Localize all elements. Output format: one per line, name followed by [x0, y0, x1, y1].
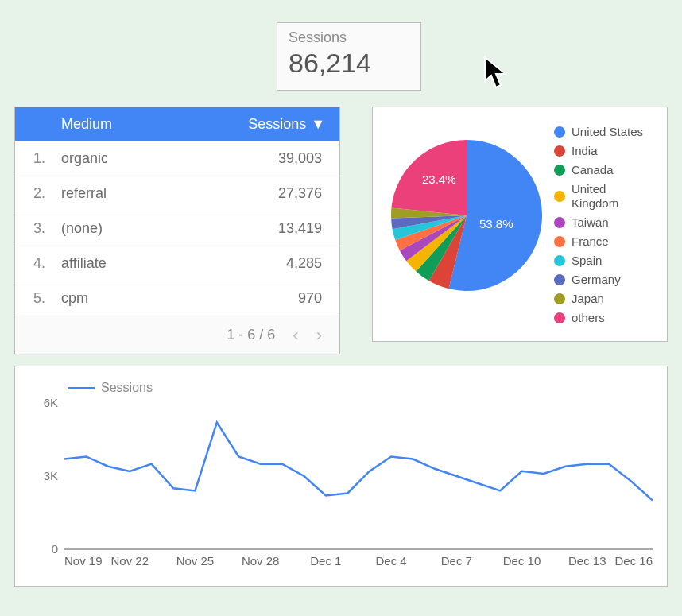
pager-prev-button[interactable]: ‹: [293, 325, 298, 346]
svg-text:Dec 4: Dec 4: [376, 554, 407, 568]
legend-swatch: [554, 293, 565, 304]
legend-item[interactable]: United Kingdom: [554, 182, 649, 211]
legend-swatch: [554, 217, 565, 228]
svg-text:Dec 7: Dec 7: [441, 554, 472, 568]
legend-item[interactable]: Germany: [554, 273, 649, 287]
row-medium: referral: [55, 185, 228, 202]
sessions-line-card[interactable]: Sessions 03K6KNov 19Nov 22Nov 25Nov 28De…: [14, 366, 668, 587]
legend-item[interactable]: United States: [554, 125, 649, 139]
legend-label: Taiwan: [572, 215, 609, 230]
row-medium: cpm: [55, 290, 228, 307]
kpi-value: 86,214: [289, 48, 409, 79]
sort-desc-icon: ▼: [311, 116, 325, 133]
legend-item[interactable]: India: [554, 144, 649, 158]
svg-text:Nov 19: Nov 19: [64, 554, 103, 568]
row-sessions: 39,003: [228, 150, 339, 167]
svg-text:Nov 25: Nov 25: [176, 554, 215, 568]
table-header: Medium Sessions ▼: [15, 107, 339, 141]
legend-label: United States: [572, 125, 643, 139]
col-medium[interactable]: Medium: [55, 116, 228, 133]
row-rank: 1.: [15, 150, 55, 167]
svg-text:Dec 16: Dec 16: [614, 554, 653, 568]
table-row[interactable]: 3.(none)13,419: [15, 211, 339, 246]
row-medium: (none): [55, 220, 228, 237]
svg-text:Dec 1: Dec 1: [310, 554, 341, 568]
kpi-label: Sessions: [289, 29, 409, 46]
svg-text:Dec 13: Dec 13: [568, 554, 606, 568]
legend-label: Japan: [572, 292, 604, 306]
legend-swatch: [554, 312, 565, 323]
pager-range: 1 - 6 / 6: [227, 327, 275, 343]
row-sessions: 4,285: [228, 255, 339, 272]
legend-item[interactable]: Spain: [554, 254, 649, 268]
row-rank: 4.: [15, 255, 55, 272]
row-rank: 5.: [15, 290, 55, 307]
line-color-swatch: [68, 387, 95, 389]
legend-item[interactable]: others: [554, 311, 649, 325]
legend-swatch: [554, 126, 565, 138]
legend-label: India: [572, 144, 598, 158]
row-medium: affiliate: [55, 255, 228, 272]
legend-swatch: [554, 274, 565, 285]
country-pie-card[interactable]: 53.8% 23.4% United StatesIndiaCanadaUnit…: [372, 107, 668, 342]
legend-swatch: [554, 236, 565, 247]
legend-label: Canada: [572, 163, 614, 177]
line-chart: 03K6KNov 19Nov 22Nov 25Nov 28Dec 1Dec 4D…: [26, 398, 657, 573]
row-rank: 2.: [15, 185, 55, 202]
svg-text:Nov 28: Nov 28: [242, 554, 280, 568]
pie-slice-label-others: 23.4%: [422, 172, 456, 186]
legend-swatch: [554, 165, 565, 176]
legend-label: United Kingdom: [572, 182, 649, 211]
table-footer: 1 - 6 / 6 ‹ ›: [15, 316, 339, 354]
row-sessions: 27,376: [228, 185, 339, 202]
legend-label: France: [572, 234, 609, 249]
legend-swatch: [554, 191, 565, 202]
medium-sessions-table[interactable]: Medium Sessions ▼ 1.organic39,0032.refer…: [14, 107, 340, 354]
svg-text:6K: 6K: [44, 398, 58, 409]
table-row[interactable]: 2.referral27,376: [15, 176, 339, 211]
legend-swatch: [554, 145, 565, 157]
row-sessions: 970: [228, 290, 339, 307]
legend-item[interactable]: Canada: [554, 163, 649, 177]
table-row[interactable]: 1.organic39,003: [15, 141, 339, 176]
legend-swatch: [554, 255, 565, 266]
pie-chart: 53.8% 23.4%: [390, 139, 543, 292]
legend-label: others: [572, 311, 605, 325]
row-sessions: 13,419: [228, 220, 339, 237]
svg-text:3K: 3K: [44, 469, 58, 482]
svg-text:0: 0: [52, 542, 58, 556]
kpi-sessions-card[interactable]: Sessions 86,214: [277, 22, 421, 91]
legend-item[interactable]: Taiwan: [554, 215, 649, 230]
mouse-cursor-icon: [483, 56, 512, 91]
svg-text:Dec 10: Dec 10: [503, 554, 541, 568]
line-legend: Sessions: [68, 381, 656, 395]
row-rank: 3.: [15, 220, 55, 237]
table-row[interactable]: 4.affiliate4,285: [15, 246, 339, 281]
pager-next-button[interactable]: ›: [316, 325, 322, 346]
legend-label: Spain: [572, 254, 602, 268]
col-sessions[interactable]: Sessions ▼: [228, 116, 339, 133]
pie-slice-label-us: 53.8%: [479, 217, 513, 231]
legend-item[interactable]: Japan: [554, 292, 649, 306]
pie-legend: United StatesIndiaCanadaUnited KingdomTa…: [554, 125, 649, 323]
legend-label: Germany: [572, 273, 621, 287]
svg-text:Nov 22: Nov 22: [110, 554, 149, 568]
legend-item[interactable]: France: [554, 234, 649, 249]
row-medium: organic: [55, 150, 228, 167]
table-row[interactable]: 5.cpm970: [15, 281, 339, 316]
